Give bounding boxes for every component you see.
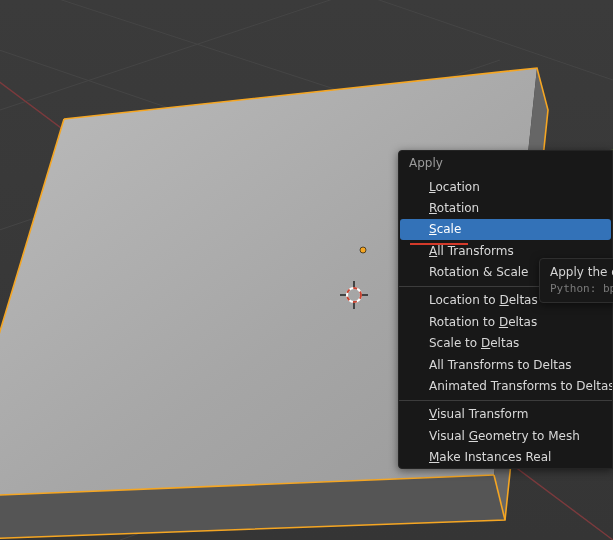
menu-item-animated-transforms-to-deltas[interactable]: Animated Transforms to Deltas xyxy=(399,376,612,397)
3d-cursor xyxy=(337,278,371,312)
menu-item-location[interactable]: Location xyxy=(399,176,612,197)
menu-item-visual-transform[interactable]: Visual Transform xyxy=(399,404,612,425)
menu-item-make-instances-real[interactable]: Make Instances Real xyxy=(399,447,612,468)
menu-separator xyxy=(399,400,612,401)
annotation-underline xyxy=(410,243,468,245)
tooltip-description: Apply the obj xyxy=(550,265,613,279)
menu-item-rotation-to-deltas[interactable]: Rotation to Deltas xyxy=(399,311,612,332)
menu-item-scale-to-deltas[interactable]: Scale to Deltas xyxy=(399,333,612,354)
menu-title: Apply xyxy=(399,151,612,176)
tooltip-python: Python: bpy xyxy=(550,282,613,295)
tooltip: Apply the obj Python: bpy xyxy=(539,258,613,303)
object-origin xyxy=(360,247,366,253)
menu-item-scale[interactable]: Scale xyxy=(400,219,611,240)
menu-item-rotation[interactable]: Rotation xyxy=(399,197,612,218)
menu-item-visual-geometry-to-mesh[interactable]: Visual Geometry to Mesh xyxy=(399,425,612,446)
menu-item-all-transforms-to-deltas[interactable]: All Transforms to Deltas xyxy=(399,354,612,375)
apply-menu: Apply LocationRotationScaleAll Transform… xyxy=(398,150,613,469)
